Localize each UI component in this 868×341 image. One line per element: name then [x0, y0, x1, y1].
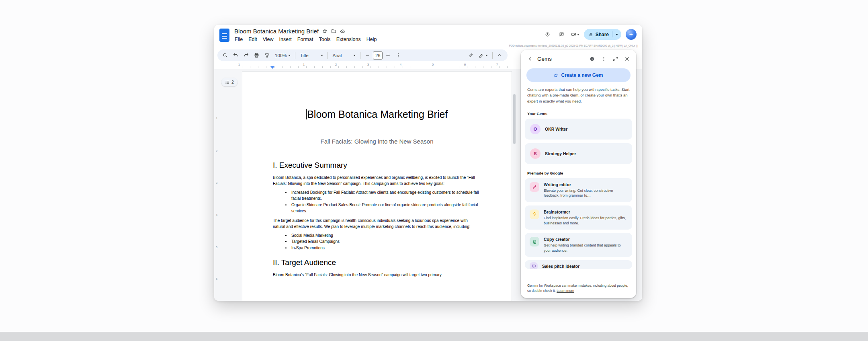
document-page[interactable]: Bloom Botanica Marketing Brief Fall Faci…	[242, 71, 512, 301]
ruler-mark: 7	[496, 63, 498, 66]
menu-view[interactable]: View	[260, 36, 276, 43]
text-cursor	[306, 109, 307, 119]
gem-card-copy-creator[interactable]: Copy creator Get help writing branded co…	[525, 233, 632, 257]
scrollbar-thumb[interactable]	[513, 94, 516, 144]
menu-file[interactable]: File	[232, 36, 246, 43]
ruler-mark: 1	[238, 63, 240, 66]
gem-avatar: S	[530, 148, 540, 159]
your-gems-label: Your Gems	[521, 108, 636, 119]
ruler-mark: 1	[303, 63, 305, 66]
undo-icon[interactable]	[231, 50, 241, 60]
back-icon[interactable]	[526, 54, 534, 63]
doc-bullet-list-goals: Increased Bookings for Fall Facials: Att…	[273, 189, 481, 214]
background-bottom-strip	[0, 332, 868, 341]
doc-bullet-item[interactable]: Organic Skincare Product Sales Boost: Pr…	[291, 202, 481, 214]
doc-paragraph[interactable]: The target audience for this campaign is…	[273, 218, 481, 230]
chevron-down-icon	[353, 55, 356, 56]
gem-card-writing-editor[interactable]: Writing editor Elevate your writing. Get…	[525, 178, 632, 202]
create-new-gem-button[interactable]: Create a new Gem	[526, 68, 631, 82]
more-toolbar-options-icon[interactable]	[393, 50, 403, 60]
move-folder-icon[interactable]	[331, 29, 336, 34]
doc-bullet-list-channels: Social Media Marketing Targeted Email Ca…	[273, 232, 481, 251]
gem-card-description: Get help writing branded content that ap…	[544, 243, 627, 253]
outline-toggle-chip[interactable]: 2	[221, 78, 237, 86]
ruler-mark: 3	[216, 181, 217, 185]
paint-format-icon[interactable]	[262, 50, 272, 60]
paragraph-style-select[interactable]: Title	[297, 53, 326, 58]
comments-icon[interactable]	[557, 30, 567, 39]
learn-more-link[interactable]: Learn more	[557, 289, 574, 293]
ruler-mark: 4	[216, 213, 217, 217]
share-button[interactable]: Share	[584, 29, 621, 40]
doc-heading-executive-summary[interactable]: I. Executive Summary	[273, 161, 481, 170]
print-icon[interactable]	[252, 50, 262, 60]
gem-card-description: Elevate your writing. Get clear, constru…	[544, 188, 627, 198]
toolbar-divider	[492, 52, 493, 59]
increase-font-size-icon[interactable]	[383, 50, 393, 60]
search-menus-icon[interactable]	[220, 50, 230, 60]
toolbar-divider	[295, 52, 295, 59]
ruler-mark: 4	[400, 63, 401, 66]
more-options-icon[interactable]	[599, 54, 608, 63]
gemini-disclaimer: Gemini for Workspace can make mistakes, …	[521, 280, 636, 298]
decrease-font-size-icon[interactable]	[362, 50, 373, 60]
share-dropdown-icon[interactable]	[616, 34, 618, 35]
expand-panel-icon[interactable]	[611, 54, 620, 63]
indent-marker[interactable]	[270, 66, 274, 69]
doc-bullet-item[interactable]: In-Spa Promotions	[291, 245, 481, 251]
version-history-icon[interactable]	[543, 30, 553, 39]
star-icon[interactable]	[322, 29, 328, 34]
doc-bullet-item[interactable]: Targeted Email Campaigns	[291, 238, 481, 245]
menu-format[interactable]: Format	[295, 36, 316, 43]
cloud-saved-icon[interactable]	[340, 29, 345, 34]
menu-extensions[interactable]: Extensions	[334, 36, 364, 43]
document-title-field[interactable]: Bloom Botanica Marketing Brief	[234, 28, 319, 35]
docs-logo-icon[interactable]	[219, 29, 229, 42]
doc-subtitle-text[interactable]: Fall Facials: Glowing into the New Seaso…	[273, 138, 481, 145]
doc-bullet-item[interactable]: Increased Bookings for Fall Facials: Att…	[291, 189, 481, 202]
doc-heading-target-audience[interactable]: II. Target Audience	[273, 258, 481, 267]
gem-item-okr-writer[interactable]: O OKR Writer	[525, 119, 632, 140]
gems-side-panel: Gems Create a new Gem Gems are experts	[521, 50, 636, 298]
share-divider	[612, 31, 612, 37]
gem-card-brainstormer[interactable]: Brainstormer Find inspiration easily. Fr…	[525, 205, 632, 230]
style-value: Title	[300, 53, 308, 58]
redo-icon[interactable]	[241, 50, 251, 60]
disclaimer-text: Gemini for Workspace can make mistakes, …	[527, 283, 628, 292]
close-panel-icon[interactable]	[622, 54, 631, 63]
menu-tools[interactable]: Tools	[316, 36, 333, 43]
gem-card-title: Copy creator	[544, 237, 627, 242]
doc-paragraph[interactable]: Bloom Botanica, a spa dedicated to perso…	[273, 175, 481, 187]
ruler-ticks	[242, 66, 512, 68]
google-docs-window: Bloom Botanica Marketing Brief File Edit…	[214, 25, 642, 301]
zoom-select[interactable]: 100%	[272, 53, 293, 58]
menu-help[interactable]: Help	[364, 36, 380, 43]
doc-bullet-item[interactable]: Social Media Marketing	[291, 232, 481, 239]
ruler-mark: 6	[464, 63, 466, 66]
font-family-select[interactable]: Arial	[330, 53, 358, 58]
highlighter-tool[interactable]	[476, 53, 490, 58]
doc-paragraph[interactable]: Bloom Botanica's "Fall Facials: Glowing …	[273, 272, 481, 278]
gems-intro-text: Gems are experts that can help you with …	[521, 86, 636, 108]
chevron-down-icon	[485, 55, 488, 56]
gem-card-sales-pitch-ideator[interactable]: Sales pitch ideator	[525, 260, 632, 269]
doc-title-text: Bloom Botanica Marketing Brief	[307, 109, 448, 120]
account-avatar[interactable]	[626, 29, 637, 40]
open-in-new-icon	[554, 73, 558, 78]
menu-insert[interactable]: Insert	[276, 36, 295, 43]
gem-item-strategy-helper[interactable]: S Strategy Helper	[525, 143, 632, 164]
editing-mode-pen-icon[interactable]	[466, 50, 476, 60]
hide-menus-chevron-icon[interactable]	[495, 50, 505, 60]
font-size-input[interactable]: 26	[373, 51, 383, 60]
docs-logo-lines	[222, 33, 227, 39]
history-icon[interactable]	[588, 54, 596, 63]
meet-call-button[interactable]	[571, 32, 579, 37]
ruler-mark: 1	[216, 116, 217, 120]
gems-list: Your Gems O OKR Writer S Strategy Helper…	[521, 108, 636, 280]
doc-title-line[interactable]: Bloom Botanica Marketing Brief	[273, 109, 481, 120]
menu-edit[interactable]: Edit	[246, 36, 260, 43]
create-new-gem-label: Create a new Gem	[561, 72, 603, 78]
gem-name: Strategy Helper	[545, 151, 576, 156]
video-call-icon	[571, 32, 576, 37]
ruler-mark: 2	[335, 63, 337, 66]
